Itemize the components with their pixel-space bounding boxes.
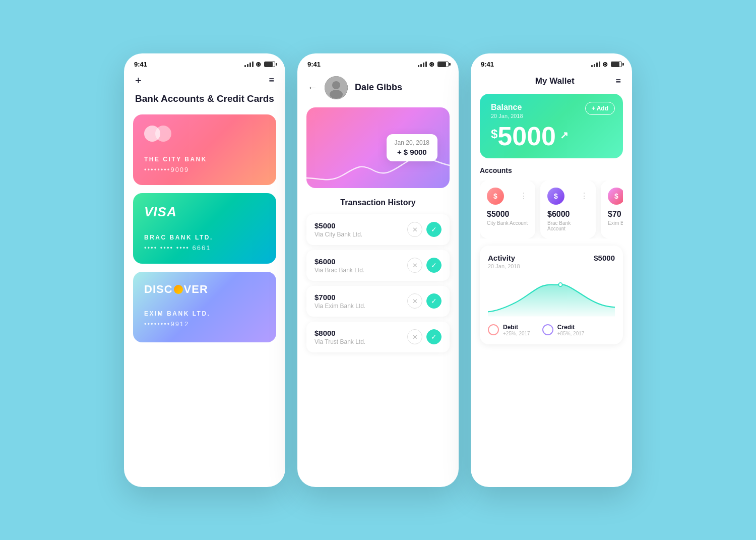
txn-info-3: $7000 Via Exim Bank Ltd. [314,293,407,310]
activity-peak: $5000 [594,254,615,262]
account-dots-1[interactable]: ⋮ [520,191,528,201]
account-header-2: $ ⋮ [547,188,589,205]
discover-logo: DISCVER [144,283,265,296]
credit-circle [542,324,553,335]
txn-check-btn-4[interactable]: ✓ [426,329,442,344]
txn-info-2: $6000 Via Brac Bank Ltd. [314,257,407,274]
txn-actions-3: ✕ ✓ [407,293,442,309]
activity-chart-svg [488,273,615,319]
legend-debit: Debit +25%, 2017 [488,324,530,336]
card-discover[interactable]: DISCVER EXIM BANK LTD. ••••••••9912 [133,272,276,342]
credit-sub: +85%, 2017 [557,331,585,336]
signal-icon-3 [591,62,600,67]
status-bar-3: 9:41 ⊛ [471,53,632,72]
credit-label-block: Credit +85%, 2017 [557,324,585,336]
account-header-1: $ ⋮ [487,188,528,205]
account-card-3[interactable]: $ $70 Exim B... [601,181,623,238]
status-icons-1: ⊛ [244,61,275,68]
status-bar-2: 9:41 ⊛ [297,53,459,72]
mastercard-logo [144,126,265,142]
txn-section-title: Transaction History [297,198,459,207]
card-brac[interactable]: VISA BRAC BANK LTD. •••• •••• •••• 6661 [133,193,276,264]
debit-sub: +25%, 2017 [503,331,530,336]
accounts-label: Accounts [480,166,623,174]
account-icon-3: $ [608,188,623,205]
account-amount-1: $5000 [487,210,528,219]
battery-icon [264,62,275,67]
add-button[interactable]: + [135,74,142,87]
txn-cancel-btn-2[interactable]: ✕ [407,258,422,273]
p3-header: My Wallet ≡ [471,72,632,94]
balance-amount: $ 5000 ↗ [491,123,612,149]
debit-circle [488,324,499,335]
brac-card-number: •••• •••• •••• 6661 [144,244,265,252]
back-button[interactable]: ← [307,82,318,93]
credit-label: Credit [557,324,585,331]
status-time-2: 9:41 [307,61,321,68]
status-time-1: 9:41 [134,61,147,68]
status-time-3: 9:41 [481,61,494,68]
balance-card: Balance 20 Jan, 2018 + Add $ 5000 ↗ [480,94,623,158]
txn-via-4: Via Trust Bank Ltd. [314,338,407,345]
add-btn-label: + Add [592,105,608,112]
debit-label: Debit [503,324,530,331]
p1-header: + ≡ [124,72,285,92]
activity-title: Activity [488,254,520,262]
txn-actions-1: ✕ ✓ [407,222,442,237]
txn-item-2: $6000 Via Brac Bank Ltd. ✕ ✓ [306,250,450,281]
status-icons-3: ⊛ [591,61,622,68]
activity-legend: Debit +25%, 2017 Credit +85%, 2017 [488,324,615,336]
account-name-2: Brac Bank Account [547,220,589,231]
visa-logo: VISA [144,204,265,220]
exim-card-number: ••••••••9912 [144,320,265,328]
wallet-title: My Wallet [535,76,575,86]
brac-bank-name: BRAC BANK LTD. [144,234,265,241]
account-header-3: $ [608,188,623,205]
txn-cancel-btn-3[interactable]: ✕ [407,293,422,309]
account-card-1[interactable]: $ ⋮ $5000 City Bank Account [480,181,535,238]
wifi-icon-3: ⊛ [602,61,608,68]
txn-check-btn-1[interactable]: ✓ [426,222,442,237]
svg-point-3 [558,282,562,286]
activity-chart [488,273,615,319]
txn-item-1: $5000 Via City Bank Ltd. ✕ ✓ [306,214,450,245]
arrow-icon: ↗ [560,130,569,140]
txn-check-btn-2[interactable]: ✓ [426,258,442,273]
city-card-number: ••••••••9009 [144,166,265,173]
signal-icon-2 [418,62,427,67]
txn-amount-4: $8000 [314,329,407,337]
wallet-menu-button[interactable]: ≡ [615,76,621,87]
phone-3: 9:41 ⊛ My Wallet ≡ Balance 20 Jan, 2018 [471,53,632,487]
battery-icon-2 [437,62,449,67]
city-bank-name: THE CITY BANK [144,156,265,163]
account-icon-1: $ [487,188,504,205]
phones-container: 9:41 ⊛ + ≡ Bank Accounts & Credit Cards [124,53,632,487]
activity-card: Activity 20 Jan, 2018 $5000 [480,246,623,344]
dollar-sign: $ [491,128,497,140]
menu-button[interactable]: ≡ [269,75,274,86]
txn-via-2: Via Brac Bank Ltd. [314,267,407,274]
card-city[interactable]: THE CITY BANK ••••••••9009 [133,114,276,185]
activity-header: Activity 20 Jan, 2018 $5000 [488,254,615,269]
txn-cancel-btn-1[interactable]: ✕ [407,222,422,237]
account-amount-3: $70 [608,210,623,219]
user-avatar [325,76,348,99]
account-icon-2: $ [547,188,564,205]
status-icons-2: ⊛ [418,61,449,68]
wifi-icon: ⊛ [256,61,261,68]
avatar-image [325,76,348,99]
svg-point-2 [330,90,343,99]
exim-bank-name: EXIM BANK LTD. [144,310,265,317]
page-title-1: Bank Accounts & Credit Cards [124,92,285,114]
account-card-2[interactable]: $ ⋮ $6000 Brac Bank Account [540,181,596,238]
txn-actions-2: ✕ ✓ [407,258,442,273]
txn-cancel-btn-4[interactable]: ✕ [407,329,422,344]
txn-via-1: Via City Bank Ltd. [314,231,407,238]
txn-amount-1: $5000 [314,221,407,230]
p2-header: ← Dale Gibbs [297,72,459,107]
account-dots-2[interactable]: ⋮ [580,191,589,201]
account-amount-2: $6000 [547,210,589,219]
add-balance-button[interactable]: + Add [585,102,615,115]
txn-check-btn-3[interactable]: ✓ [426,293,442,309]
txn-info-4: $8000 Via Trust Bank Ltd. [314,329,407,345]
